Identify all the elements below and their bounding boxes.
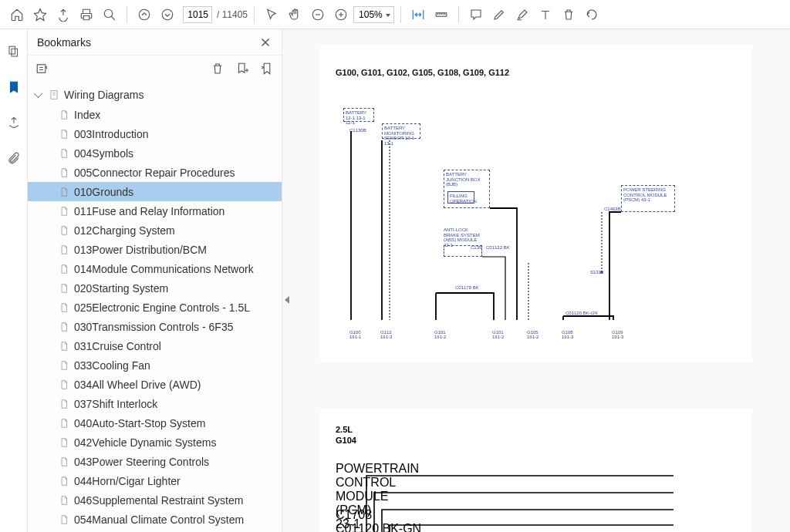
page-icon [59,456,69,468]
page-icon [59,359,69,372]
page-icon [59,205,69,217]
page-total: / 11405 [217,9,248,20]
zoom-out-icon[interactable] [307,4,329,25]
fit-width-icon[interactable] [407,4,429,25]
svg-rect-6 [9,46,15,54]
zoom-select[interactable]: 105% [353,6,394,23]
bookmark-item[interactable]: 040Auto-Start-Stop System [28,413,282,433]
print-icon[interactable] [76,4,97,25]
vertical-tabs [0,29,28,532]
bookmarks-list[interactable]: Wiring Diagrams Index003Introduction004S… [28,82,282,532]
ground-label: G109191-3 [612,330,623,339]
ground-label: G101191-2 [434,330,446,339]
ground-label: G101191-2 [492,330,504,339]
bookmark-item[interactable]: 020Starting System [28,278,282,298]
page-icon [59,186,69,198]
page-icon [59,167,69,179]
bookmark-item[interactable]: 034All Wheel Drive (AWD) [28,375,282,394]
page-icon [59,379,69,391]
bookmark-root[interactable]: Wiring Diagrams [28,85,282,105]
bookmark-item[interactable]: 044Horn/Cigar Lighter [28,471,282,490]
page-icon [59,417,69,429]
bookmark-item[interactable]: 031Cruise Control [28,336,282,355]
bookmarks-tools [28,56,282,82]
svg-point-10 [600,271,603,274]
svg-point-1 [139,9,150,20]
page-icon [59,340,69,352]
page-icon [59,128,69,140]
page-content-2: 2.5LG104 POWERTRAIN CONTROL MODULE (PCM)… [320,409,752,532]
page-icon [59,513,69,526]
bookmark-item[interactable]: 004Symbols [28,143,282,163]
zoom-in-icon[interactable] [330,4,352,25]
text-icon[interactable] [535,4,556,25]
star-icon[interactable] [29,4,51,25]
bookmark-item[interactable]: 005Connector Repair Procedures [28,163,282,182]
bookmark-item[interactable]: 025Electronic Engine Controls - 1.5L [28,298,282,317]
bookmark-item[interactable]: 033Cooling Fan [28,355,282,375]
bookmark-item[interactable]: 011Fuse and Relay Information [28,201,282,221]
page-icon [59,224,69,237]
bookmark-item[interactable]: 046Supplemental Restraint System [28,490,282,510]
ground-label: G105191-2 [527,330,538,339]
upload-icon[interactable] [52,4,74,25]
page-icon [59,321,69,333]
bookmark-item[interactable]: 012Charging System [28,221,282,240]
page-up-icon[interactable] [133,4,155,25]
collapse-panel-icon[interactable] [282,291,292,308]
bookmarks-icon[interactable] [5,79,22,96]
layers-icon[interactable] [5,114,22,131]
comment-icon[interactable] [465,4,487,25]
svg-point-0 [104,9,113,18]
page-icon [59,475,69,487]
bookmark-item[interactable]: 042Vehicle Dynamic Systems [28,433,282,452]
page-icon [59,263,69,275]
page-icon [59,147,69,160]
page-down-icon[interactable] [157,4,178,25]
thumbnails-icon[interactable] [5,43,22,60]
search-icon[interactable] [99,4,120,25]
pointer-icon[interactable] [261,4,282,25]
ruler-icon[interactable] [430,4,452,25]
bookmark-ribbon-icon[interactable] [260,62,274,76]
bookmark-item[interactable]: 013Power Distribution/BCM [28,240,282,259]
pencil-icon[interactable] [488,4,510,25]
wiring-diagram-2: POWERTRAIN CONTROL MODULE (PCM) 23-1 C17… [336,462,737,532]
delete-bookmark-icon[interactable] [211,62,225,76]
svg-point-2 [162,9,173,20]
document-view[interactable]: G100, G101, G102, G105, G108, G109, G112… [282,29,790,532]
bookmark-item[interactable]: 030Transmission Controls - 6F35 [28,317,282,336]
bookmark-item[interactable]: 010Grounds [28,182,282,201]
highlight-icon[interactable] [511,4,533,25]
bookmark-item[interactable]: 037Shift Interlock [28,394,282,413]
options-icon[interactable] [35,62,49,76]
bookmark-item[interactable]: 003Introduction [28,124,282,143]
page-icon [59,109,69,121]
page-icon [59,301,69,314]
bookmarks-panel: Bookmarks Wiring Diagrams Index003Introd… [28,29,282,532]
page-icon [59,244,69,256]
bookmark-item[interactable]: 043Power Steering Controls [28,452,282,471]
svg-rect-7 [12,49,18,56]
bookmark-item[interactable]: 014Module Communications Network [28,259,282,278]
undo-icon[interactable] [581,4,603,25]
bookmark-item[interactable]: 054Manual Climate Control System [28,510,282,529]
page-content: G100, G101, G102, G105, G108, G109, G112… [320,45,752,362]
home-icon[interactable] [6,4,28,25]
page-title: G100, G101, G102, G105, G108, G109, G112 [320,68,752,77]
page-icon [59,436,69,449]
main-toolbar: / 11405 105% [0,0,790,29]
ground-label: G112191-3 [380,330,392,339]
close-icon[interactable] [258,35,272,49]
trash-icon[interactable] [558,4,579,25]
page-number-input[interactable] [183,6,212,23]
add-bookmark-icon[interactable] [235,62,249,76]
hand-icon[interactable] [284,4,306,25]
page-icon [59,398,69,410]
bookmarks-title: Bookmarks [37,36,91,49]
page-icon [59,282,69,295]
bookmark-item[interactable]: Index [28,105,282,124]
page-icon [59,494,69,507]
ground-label: G100191-1 [349,330,361,339]
attachments-icon[interactable] [5,150,22,167]
